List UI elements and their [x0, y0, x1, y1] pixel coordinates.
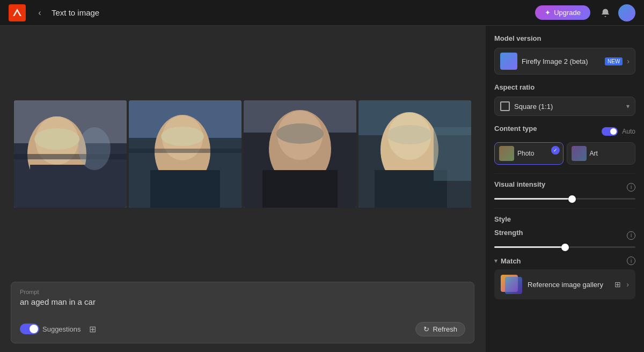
svg-rect-19 — [262, 170, 338, 208]
strength-slider[interactable] — [494, 246, 635, 248]
ref-thumb-stack — [501, 275, 522, 294]
reference-image-gallery[interactable]: Reference image gallery ⊞ › — [494, 269, 635, 299]
ref-gallery-grid-icon: ⊞ — [614, 280, 621, 289]
visual-intensity-fill — [494, 198, 572, 200]
image-cell-1[interactable] — [14, 100, 127, 208]
suggestions-grid-icon[interactable]: ⊞ — [85, 321, 100, 336]
svg-rect-4 — [30, 165, 94, 208]
content-option-art[interactable]: Art — [567, 142, 636, 165]
image-cell-3[interactable] — [244, 100, 356, 208]
prompt-toolbar: Suggestions ⊞ ↻ Refresh — [20, 321, 465, 336]
generated-image-1 — [14, 100, 127, 208]
topbar: ‹ Text to image ✦ Upgrade — [0, 0, 644, 26]
svg-point-26 — [387, 125, 432, 144]
auto-label: Auto — [622, 128, 635, 135]
content-type-auto-wrap: Auto — [602, 127, 635, 136]
aspect-ratio-value: Square (1:1) — [514, 102, 622, 111]
photo-label: Photo — [517, 150, 534, 157]
ref-gallery-chevron-icon: › — [626, 280, 629, 289]
refresh-label: Refresh — [433, 325, 457, 333]
divider-2 — [494, 208, 635, 209]
match-title: Match — [501, 257, 624, 265]
aspect-ratio-title: Aspect ratio — [494, 83, 635, 91]
model-thumbnail — [500, 53, 517, 70]
strength-info-icon[interactable]: i — [627, 231, 635, 240]
content-type-header: Content type Auto — [494, 124, 635, 138]
prompt-text[interactable]: an aged man in a car — [20, 297, 465, 306]
ref-gallery-label: Reference image gallery — [528, 281, 609, 289]
main-content: Prompt an aged man in a car Suggestions … — [0, 26, 644, 352]
upgrade-button[interactable]: ✦ Upgrade — [535, 5, 590, 20]
style-title: Style — [494, 215, 635, 223]
back-button[interactable]: ‹ — [32, 5, 47, 20]
svg-point-13 — [161, 127, 204, 146]
svg-point-7 — [78, 127, 111, 170]
upgrade-label: Upgrade — [554, 9, 581, 17]
content-type-toggle[interactable] — [602, 127, 618, 136]
content-type-title: Content type — [494, 124, 537, 133]
chevron-right-icon: › — [627, 57, 630, 65]
suggestions-toggle-wrap: Suggestions — [20, 324, 81, 334]
prompt-area: Prompt an aged man in a car Suggestions … — [11, 282, 474, 343]
model-name: Firefly Image 2 (beta) — [522, 57, 597, 65]
svg-rect-27 — [434, 127, 471, 181]
visual-intensity-title: Visual intensity — [494, 180, 545, 188]
generated-image-3 — [244, 100, 356, 208]
selected-check-icon: ✓ — [551, 146, 560, 155]
page-title: Text to image — [52, 8, 99, 17]
art-label: Art — [590, 150, 598, 157]
prompt-label: Prompt — [20, 289, 465, 295]
visual-intensity-info-icon[interactable]: i — [627, 183, 635, 192]
refresh-button[interactable]: ↻ Refresh — [415, 322, 465, 336]
content-type-toggle-knob — [610, 128, 617, 135]
app-logo — [9, 4, 26, 21]
strength-title: Strength — [494, 229, 523, 237]
match-header: ▾ Match i — [494, 256, 635, 265]
toggle-knob — [30, 325, 38, 333]
match-chevron-icon[interactable]: ▾ — [494, 257, 497, 265]
new-badge: NEW — [605, 57, 623, 65]
svg-rect-14 — [129, 149, 241, 153]
photo-thumbnail — [499, 146, 514, 161]
generated-image-2 — [129, 100, 241, 208]
user-avatar[interactable] — [618, 4, 635, 21]
strength-fill — [494, 246, 565, 248]
refresh-icon: ↻ — [423, 325, 429, 333]
visual-intensity-thumb[interactable] — [568, 195, 576, 203]
divider-1 — [494, 173, 635, 174]
upgrade-icon: ✦ — [545, 9, 551, 17]
suggestions-label: Suggestions — [42, 325, 81, 333]
model-version-title: Model version — [494, 34, 635, 42]
canvas-area: Prompt an aged man in a car Suggestions … — [0, 26, 485, 352]
strength-thumb[interactable] — [561, 244, 569, 251]
chevron-down-icon: ▾ — [626, 102, 630, 110]
generated-image-4 — [358, 100, 471, 208]
aspect-ratio-icon — [500, 101, 510, 111]
model-version-selector[interactable]: Firefly Image 2 (beta) NEW › — [494, 48, 635, 75]
svg-point-5 — [34, 128, 79, 150]
content-option-photo[interactable]: Photo ✓ — [494, 142, 564, 165]
image-cell-2[interactable] — [129, 100, 241, 208]
notifications-bell[interactable] — [597, 4, 614, 21]
content-type-options: Photo ✓ Art — [494, 142, 635, 165]
ref-thumb-2 — [505, 277, 522, 294]
svg-point-20 — [276, 123, 324, 144]
aspect-ratio-selector[interactable]: Square (1:1) ▾ — [494, 97, 635, 116]
image-grid — [0, 26, 485, 282]
strength-header: Strength i — [494, 229, 635, 242]
visual-intensity-header: Visual intensity i — [494, 180, 635, 194]
right-panel: Model version Firefly Image 2 (beta) NEW… — [485, 26, 644, 352]
visual-intensity-slider[interactable] — [494, 198, 635, 200]
suggestions-toggle[interactable] — [20, 324, 39, 334]
match-info-icon[interactable]: i — [627, 256, 635, 265]
art-thumbnail — [572, 146, 587, 161]
svg-rect-12 — [150, 170, 220, 208]
image-cell-4[interactable] — [358, 100, 471, 208]
